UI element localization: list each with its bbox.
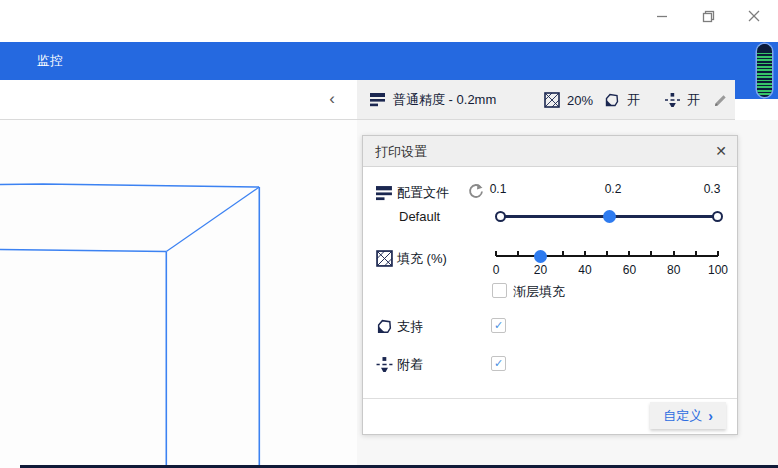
adhesion-icon bbox=[376, 356, 393, 373]
restore-button[interactable] bbox=[692, 2, 724, 30]
edit-settings-button[interactable] bbox=[713, 80, 728, 120]
adhesion-label: 附着 bbox=[397, 356, 423, 374]
print-settings-summary-bar: 普通精度 - 0.2mm 20% 开 开 bbox=[357, 80, 735, 120]
custom-button-label: 自定义 bbox=[663, 407, 702, 425]
infill-summary[interactable]: 20% bbox=[544, 80, 593, 120]
support-icon bbox=[604, 92, 620, 108]
infill-tick-mark bbox=[650, 251, 652, 256]
close-icon bbox=[748, 10, 760, 22]
infill-scale-40: 40 bbox=[568, 263, 602, 277]
support-summary[interactable]: 开 bbox=[604, 80, 640, 120]
profile-summary-label: 普通精度 - 0.2mm bbox=[393, 91, 496, 109]
infill-tick-mark bbox=[495, 251, 497, 256]
profile-tick-0.3: 0.3 bbox=[692, 182, 732, 196]
infill-scale-80: 80 bbox=[657, 263, 691, 277]
print-settings-panel: 打印设置 ✕ 配置文件 Default 0.1 0.2 0.3 填充 (%) bbox=[362, 135, 738, 435]
gradual-infill-checkbox[interactable] bbox=[492, 283, 507, 298]
infill-icon bbox=[376, 250, 393, 267]
profile-slider-min-handle[interactable] bbox=[495, 211, 506, 222]
infill-tick-mark bbox=[628, 251, 630, 256]
infill-tick-mark bbox=[517, 251, 519, 256]
support-label: 支持 bbox=[397, 318, 423, 336]
collapse-panel-chevron[interactable]: ‹ bbox=[329, 80, 335, 120]
pencil-icon bbox=[713, 93, 728, 108]
infill-tick-mark bbox=[717, 251, 719, 256]
viewport-header: ‹ bbox=[0, 80, 357, 120]
panel-close-button[interactable]: ✕ bbox=[715, 136, 727, 167]
tab-monitor[interactable]: 监控 bbox=[37, 42, 63, 80]
infill-scale-100: 100 bbox=[701, 263, 735, 277]
profile-summary[interactable]: 普通精度 - 0.2mm bbox=[370, 80, 496, 120]
infill-tick-mark bbox=[695, 251, 697, 256]
panel-header: 打印设置 ✕ bbox=[363, 136, 737, 167]
checkmark: ✓ bbox=[494, 319, 503, 332]
layers-icon bbox=[370, 93, 386, 107]
infill-tick-mark bbox=[606, 251, 608, 256]
close-button[interactable] bbox=[738, 2, 770, 30]
infill-slider-track[interactable] bbox=[496, 255, 718, 257]
restore-icon bbox=[702, 10, 715, 23]
profile-tick-0.2: 0.2 bbox=[593, 182, 633, 196]
support-icon bbox=[376, 318, 393, 335]
material-level-indicator[interactable] bbox=[757, 44, 772, 97]
profile-slider-handle[interactable] bbox=[603, 210, 616, 223]
infill-tick-mark bbox=[562, 251, 564, 256]
minimize-button[interactable] bbox=[646, 2, 678, 30]
profile-tick-0.1: 0.1 bbox=[478, 182, 518, 196]
panel-title: 打印设置 bbox=[375, 136, 427, 167]
infill-label: 填充 (%) bbox=[397, 250, 447, 268]
profile-name: Default bbox=[399, 209, 440, 224]
infill-tick-mark bbox=[673, 251, 675, 256]
layers-icon bbox=[376, 185, 393, 202]
adhesion-checkbox[interactable]: ✓ bbox=[491, 356, 506, 371]
infill-scale-20: 20 bbox=[524, 263, 558, 277]
profile-label: 配置文件 bbox=[397, 184, 449, 202]
title-bar bbox=[0, 0, 778, 42]
build-volume-wireframe bbox=[0, 120, 357, 468]
adhesion-state-label: 开 bbox=[687, 91, 700, 109]
infill-summary-label: 20% bbox=[567, 93, 593, 108]
application-window: 监控 ‹ 普通精度 - 0.2mm 20% 开 bbox=[0, 0, 778, 468]
chevron-right-icon: › bbox=[708, 408, 713, 424]
infill-slider-handle[interactable] bbox=[534, 250, 547, 263]
gradual-infill-label: 渐层填充 bbox=[513, 283, 565, 301]
adhesion-summary[interactable]: 开 bbox=[665, 80, 700, 120]
checkmark: ✓ bbox=[494, 357, 503, 370]
support-checkbox[interactable]: ✓ bbox=[491, 318, 506, 333]
footer-separator bbox=[363, 398, 737, 399]
viewport-3d[interactable] bbox=[0, 120, 357, 468]
infill-scale-60: 60 bbox=[612, 263, 646, 277]
stage-nav-bar: 监控 bbox=[0, 42, 778, 80]
custom-settings-button[interactable]: 自定义 › bbox=[650, 402, 726, 429]
profile-slider-max-handle[interactable] bbox=[712, 211, 723, 222]
infill-scale-0: 0 bbox=[479, 263, 513, 277]
infill-icon bbox=[544, 92, 560, 108]
minimize-icon bbox=[656, 10, 668, 22]
adhesion-icon bbox=[665, 92, 680, 108]
support-state-label: 开 bbox=[627, 91, 640, 109]
infill-tick-mark bbox=[584, 251, 586, 256]
